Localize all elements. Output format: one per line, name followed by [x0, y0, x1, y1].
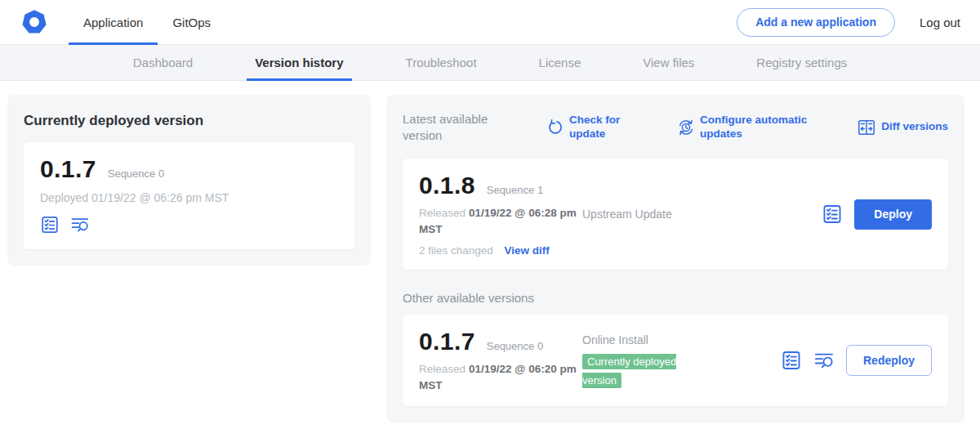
version-source-block: Online Install Currently deployed versio… — [582, 328, 750, 393]
app-subnav: Dashboard Version history Troubleshoot L… — [0, 45, 980, 81]
released-label: Released — [419, 207, 466, 219]
available-versions-panel: Latest available version Check for updat… — [386, 95, 964, 422]
tab-gitops-label: GitOps — [172, 16, 211, 29]
deploy-button[interactable]: Deploy — [854, 199, 932, 230]
latest-version-card: 0.1.8 Sequence 1 Released01/19/22 @ 06:2… — [403, 159, 948, 270]
other-versions-title: Other available versions — [403, 291, 948, 305]
main-content: Currently deployed version 0.1.7 Sequenc… — [0, 81, 980, 422]
version-row: 0.1.7 Sequence 0 — [40, 155, 338, 183]
sequence-label: Sequence 0 — [487, 340, 543, 352]
available-panel-header: Latest available version Check for updat… — [403, 111, 948, 143]
subnav-label: View files — [643, 56, 694, 69]
subnav-label: Troubleshoot — [406, 56, 477, 69]
clock-rotate-icon — [678, 119, 694, 136]
subnav-item-troubleshoot[interactable]: Troubleshoot — [398, 45, 485, 80]
subnav-label: Version history — [255, 56, 343, 69]
configure-automatic-updates-link[interactable]: Configure automatic updates — [678, 114, 814, 140]
logout-link[interactable]: Log out — [920, 16, 960, 29]
version-number: 0.1.7 — [419, 328, 475, 355]
deployed-badge-wrap: Currently deployed version — [582, 353, 697, 391]
subnav-item-registry-settings[interactable]: Registry settings — [748, 45, 855, 80]
deploy-logs-icon[interactable] — [70, 215, 90, 235]
deployed-timestamp: Deployed 01/19/22 @ 06:26 pm MST — [40, 191, 338, 204]
preflight-checklist-icon[interactable] — [40, 215, 60, 235]
version-source: Upstream Update — [582, 208, 750, 221]
latest-available-title: Latest available version — [403, 111, 525, 143]
check-for-update-link[interactable]: Check for update — [547, 114, 630, 140]
version-row: 0.1.8 Sequence 1 — [419, 172, 582, 199]
released-timestamp: Released01/19/22 @ 06:28 pm MST — [419, 205, 578, 237]
subnav-label: Dashboard — [133, 56, 193, 69]
install-type-label: Online Install — [582, 333, 750, 346]
files-changed-row: 2 files changed View diff — [419, 244, 582, 257]
version-info: 0.1.8 Sequence 1 Released01/19/22 @ 06:2… — [419, 172, 582, 257]
subnav-label: Registry settings — [756, 56, 847, 69]
top-tabs: Application GitOps — [69, 0, 225, 44]
preflight-checklist-icon[interactable] — [781, 350, 802, 371]
view-diff-link[interactable]: View diff — [505, 244, 550, 257]
version-info: 0.1.7 Sequence 0 Released01/19/22 @ 06:2… — [419, 328, 582, 393]
tab-application-label: Application — [83, 16, 143, 29]
released-label: Released — [419, 363, 466, 375]
preflight-checklist-icon[interactable] — [822, 203, 843, 225]
subnav-label: License — [539, 56, 581, 69]
version-number: 0.1.7 — [40, 155, 96, 183]
sequence-label: Sequence 0 — [108, 168, 164, 180]
currently-deployed-badge: Currently deployed version — [582, 354, 676, 388]
subnav-item-license[interactable]: License — [531, 45, 590, 80]
version-actions — [40, 215, 338, 235]
refresh-icon — [547, 119, 564, 136]
version-row: 0.1.7 Sequence 0 — [419, 328, 582, 355]
version-actions: Deploy — [822, 199, 932, 230]
diff-versions-icon — [858, 118, 875, 136]
diff-versions-label: Diff versions — [881, 120, 948, 133]
deploy-logs-icon[interactable] — [813, 350, 835, 371]
top-header: Application GitOps Add a new application… — [0, 0, 980, 45]
released-timestamp: Released01/19/22 @ 06:20 pm MST — [419, 361, 578, 393]
tab-application[interactable]: Application — [69, 0, 158, 44]
files-changed-label: 2 files changed — [419, 244, 493, 257]
deployed-version-card: 0.1.7 Sequence 0 Deployed 01/19/22 @ 06:… — [24, 142, 354, 249]
diff-versions-link[interactable]: Diff versions — [858, 118, 948, 136]
subnav-item-dashboard[interactable]: Dashboard — [125, 45, 201, 80]
tab-gitops[interactable]: GitOps — [158, 0, 225, 44]
redeploy-button[interactable]: Redeploy — [846, 345, 932, 376]
app-logo-icon[interactable] — [20, 8, 48, 36]
configure-automatic-updates-label: Configure automatic updates — [700, 114, 814, 140]
version-actions: Redeploy — [781, 345, 932, 376]
version-number: 0.1.8 — [419, 172, 475, 199]
other-version-card: 0.1.7 Sequence 0 Released01/19/22 @ 06:2… — [403, 315, 948, 406]
currently-deployed-title: Currently deployed version — [24, 113, 354, 129]
currently-deployed-panel: Currently deployed version 0.1.7 Sequenc… — [7, 95, 371, 266]
sequence-label: Sequence 1 — [487, 184, 543, 196]
subnav-item-view-files[interactable]: View files — [635, 45, 702, 80]
check-for-update-label: Check for update — [569, 114, 630, 140]
add-new-application-button[interactable]: Add a new application — [737, 8, 895, 37]
subnav-item-version-history[interactable]: Version history — [247, 45, 351, 80]
